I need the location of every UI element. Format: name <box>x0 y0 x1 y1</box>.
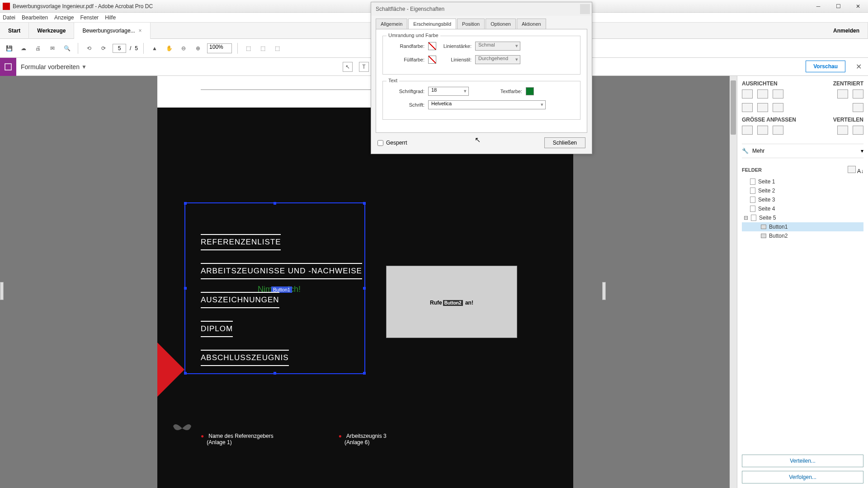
app-icon <box>3 3 10 10</box>
align-center-icon[interactable] <box>757 89 768 99</box>
prev-page-icon[interactable]: ⟲ <box>84 43 94 54</box>
resize-w-icon[interactable] <box>742 126 753 135</box>
tab-options[interactable]: Optionen <box>486 19 516 29</box>
save-icon[interactable]: 💾 <box>4 43 14 54</box>
fit-icon[interactable]: ⬚ <box>243 43 254 54</box>
font-combo[interactable]: Helvetica <box>428 100 546 109</box>
resize-h-icon[interactable] <box>757 126 768 135</box>
mail-icon[interactable]: ✉ <box>47 43 58 54</box>
text-field-icon[interactable]: T <box>359 62 369 72</box>
tab-tools[interactable]: Werkzeuge <box>29 23 74 39</box>
minimize-button[interactable]: ─ <box>808 0 828 13</box>
align-middle-icon[interactable] <box>757 103 768 112</box>
butterfly-icon <box>171 419 193 437</box>
fit-width-icon[interactable]: ⬚ <box>258 43 269 54</box>
cloud-icon[interactable]: ☁ <box>18 43 29 54</box>
close-button[interactable]: ✕ <box>848 0 868 13</box>
fit-page-icon[interactable]: ⬚ <box>272 43 283 54</box>
right-panel: AUSRICHTEN ZENTRIERT GRÖSSE ANPASSEN VER… <box>737 76 868 488</box>
menu-edit[interactable]: Bearbeiten <box>22 14 48 21</box>
button2-tag: Button2 <box>443 300 463 306</box>
tree-page-3[interactable]: Seite 3 <box>742 195 863 204</box>
tree-page-2[interactable]: Seite 2 <box>742 186 863 195</box>
dialog-close-button[interactable] <box>580 4 590 14</box>
properties-dialog: Schaltfläche - Eigenschaften Allgemein E… <box>371 2 592 154</box>
preview-button[interactable]: Vorschau <box>806 61 845 72</box>
wrench-icon: 🔧 <box>742 148 749 154</box>
menu-view[interactable]: Anzeige <box>54 14 74 21</box>
center-both-icon[interactable] <box>853 103 863 112</box>
tree-button1[interactable]: Button1 <box>742 222 863 231</box>
right-pane-toggle[interactable] <box>602 282 606 300</box>
distribute-button[interactable]: Verteilen... <box>742 455 863 467</box>
attachment-list: REFERENZENLISTE ARBEITSZEUGNISSE UND -NA… <box>201 234 362 379</box>
zoom-in-icon[interactable]: ⊕ <box>193 43 203 54</box>
form-mode-icon[interactable] <box>0 58 16 76</box>
tree-page-4[interactable]: Seite 4 <box>742 204 863 213</box>
document-viewport[interactable]: Nimm mich! Button1 REFERENZENLISTE ARBEI… <box>0 76 737 488</box>
line-width-combo[interactable]: Schmal <box>475 42 520 51</box>
dialog-close-btn[interactable]: Schließen <box>544 137 585 148</box>
resize-both-icon[interactable] <box>773 126 783 135</box>
vertical-scrollbar[interactable] <box>730 76 737 488</box>
print-icon[interactable]: 🖨 <box>33 43 43 54</box>
login-button[interactable]: Anmelden <box>825 23 868 39</box>
left-pane-toggle[interactable] <box>0 282 4 300</box>
zoom-select[interactable]: 100% <box>207 43 232 53</box>
tab-document[interactable]: Bewerbungsvorlage... × <box>74 23 150 39</box>
tree-button2[interactable]: Button2 <box>742 231 863 240</box>
sort-az-icon[interactable]: A↓ <box>857 168 863 174</box>
tab-appearance[interactable]: Erscheinungsbild <box>408 19 456 29</box>
distribute-v-icon[interactable] <box>853 126 863 135</box>
hand-icon[interactable]: ✋ <box>164 43 175 54</box>
next-page-icon[interactable]: ⟳ <box>98 43 109 54</box>
center-h-icon[interactable] <box>837 89 848 99</box>
font-size-combo[interactable]: 18 <box>428 87 469 96</box>
center-v-icon[interactable] <box>853 89 863 99</box>
maximize-button[interactable]: ☐ <box>828 0 848 13</box>
tab-actions[interactable]: Aktionen <box>517 19 546 29</box>
menu-window[interactable]: Fenster <box>80 14 99 21</box>
tab-position[interactable]: Position <box>457 19 485 29</box>
chevron-down-icon: ▾ <box>861 148 863 154</box>
border-color-group: Umrandung und Farbe Randfarbe: Linienstä… <box>382 36 580 75</box>
align-right-icon[interactable] <box>773 89 783 99</box>
border-color-swatch[interactable] <box>428 42 436 50</box>
dialog-title[interactable]: Schaltfläche - Eigenschaften <box>371 2 592 16</box>
sort-icon[interactable] <box>848 166 856 173</box>
distribute-heading: VERTEILEN <box>833 117 863 123</box>
pointer-icon[interactable]: ▲ <box>149 43 160 54</box>
more-dropdown[interactable]: 🔧 Mehr ▾ <box>742 144 863 158</box>
align-top-icon[interactable] <box>742 103 753 112</box>
search-icon[interactable]: 🔍 <box>61 43 72 54</box>
tree-page-1[interactable]: Seite 1 <box>742 177 863 186</box>
chevron-down-icon[interactable]: ▼ <box>81 64 87 70</box>
menu-help[interactable]: Hilfe <box>105 14 116 21</box>
menu-file[interactable]: Datei <box>3 14 15 21</box>
tab-general[interactable]: Allgemein <box>376 19 407 29</box>
tree-page-5[interactable]: ⊟Seite 5 <box>742 213 863 222</box>
locked-checkbox[interactable] <box>377 140 383 146</box>
align-heading: AUSRICHTEN <box>742 80 778 87</box>
tab-close-icon[interactable]: × <box>139 28 142 34</box>
align-left-icon[interactable] <box>742 89 753 99</box>
fill-color-swatch[interactable] <box>428 56 436 64</box>
resize-heading: GRÖSSE ANPASSEN <box>742 117 796 123</box>
reference-columns: ●Name des Referenzgebers (Anlage 1) ●Arb… <box>201 433 474 446</box>
fields-heading: FELDER <box>742 167 762 173</box>
close-panel-icon[interactable]: ✕ <box>856 62 862 71</box>
distribute-h-icon[interactable] <box>837 126 848 135</box>
track-button[interactable]: Verfolgen... <box>742 471 863 483</box>
select-tool-icon[interactable]: ↖ <box>343 62 353 72</box>
red-triangle-icon <box>157 343 184 397</box>
fields-tree: Seite 1 Seite 2 Seite 3 Seite 4 ⊟Seite 5… <box>742 177 863 240</box>
page-input[interactable] <box>113 44 126 53</box>
button2-field[interactable]: RufeButton2 an! <box>386 266 517 338</box>
text-color-swatch[interactable] <box>526 87 534 95</box>
zoom-out-icon[interactable]: ⊖ <box>178 43 189 54</box>
form-mode-label[interactable]: Formular vorbereiten <box>21 63 80 70</box>
line-style-combo[interactable]: Durchgehend <box>475 55 520 64</box>
tab-start[interactable]: Start <box>0 23 29 39</box>
align-bottom-icon[interactable] <box>773 103 783 112</box>
center-heading: ZENTRIERT <box>833 80 863 87</box>
